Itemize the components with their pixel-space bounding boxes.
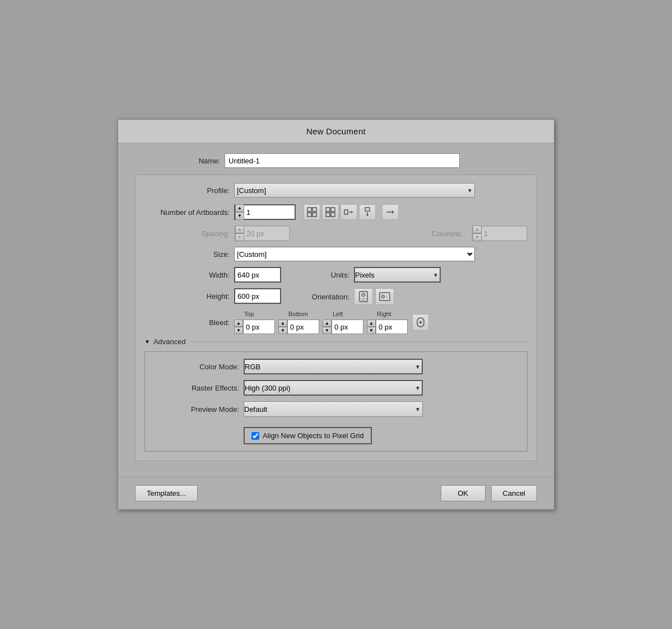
advanced-label: Advanced (153, 337, 186, 346)
units-select[interactable]: Pixels (354, 267, 441, 283)
svg-rect-12 (365, 208, 370, 211)
columns-input[interactable] (482, 226, 526, 241)
profile-label: Profile: (144, 186, 234, 195)
wh-units-row: Width: Height: Units: (144, 267, 528, 305)
color-mode-select[interactable]: RGB CMYK (244, 359, 423, 374)
bleed-left-group: Left ▲ ▼ (323, 311, 363, 334)
size-select[interactable]: [Custom] (234, 247, 475, 261)
size-select-wrapper: [Custom] ▼ (234, 247, 475, 261)
landscape-btn[interactable] (375, 288, 394, 305)
spacing-input[interactable] (244, 226, 289, 241)
bleed-left-input-wrap (332, 320, 363, 334)
layout-arrange-down-btn[interactable] (359, 204, 376, 220)
bleed-left-down-btn[interactable]: ▼ (323, 327, 332, 334)
raster-effects-select[interactable]: High (300 ppi) Medium (150 ppi) Low (72 … (244, 380, 423, 396)
raster-effects-select-wrapper: High (300 ppi) Medium (150 ppi) Low (72 … (244, 380, 423, 396)
bleed-right-label: Right (377, 311, 408, 317)
svg-point-18 (362, 293, 365, 297)
profile-select-wrapper: [Custom] ▼ (234, 183, 475, 198)
bleed-link-btn[interactable] (412, 314, 429, 331)
advanced-header: ▼ Advanced (144, 337, 528, 346)
columns-up-btn[interactable]: ▲ (473, 226, 482, 233)
height-input[interactable] (235, 289, 280, 303)
height-label: Height: (144, 292, 234, 301)
advanced-toggle-icon[interactable]: ▼ (144, 339, 150, 345)
spacing-cols-row: Spacing: ▲ ▼ Columns: ▲ ▼ (144, 226, 528, 241)
svg-marker-11 (351, 211, 353, 213)
bleed-top-up-btn[interactable]: ▲ (234, 320, 243, 327)
columns-label: Columns: (422, 229, 467, 238)
advanced-line (189, 341, 528, 342)
align-pixel-checkbox[interactable] (251, 432, 259, 440)
units-label: Units: (304, 271, 354, 279)
svg-rect-19 (361, 298, 366, 299)
artboards-down-btn[interactable]: ▼ (235, 212, 244, 220)
artboards-input[interactable] (244, 205, 295, 219)
advanced-inner: Color Mode: RGB CMYK ▼ Raster Effects: (144, 351, 528, 452)
bleed-bottom-group: Bottom ▲ ▼ (278, 311, 319, 334)
bleed-bottom-down-btn[interactable]: ▼ (278, 327, 287, 334)
portrait-btn[interactable] (354, 288, 373, 305)
bleed-right-spinner-btns: ▲ ▼ (367, 320, 376, 334)
name-label: Name: (135, 157, 225, 165)
cancel-button[interactable]: Cancel (491, 485, 537, 501)
name-input[interactable] (225, 153, 460, 168)
raster-effects-label: Raster Effects: (154, 384, 244, 392)
preview-mode-select[interactable]: Default Pixel Overprint (244, 401, 423, 417)
preview-mode-select-wrapper: Default Pixel Overprint ▼ (244, 401, 423, 417)
layout-grid-col-btn[interactable] (322, 204, 339, 220)
artboards-up-btn[interactable]: ▲ (235, 204, 244, 212)
svg-rect-4 (326, 208, 330, 212)
align-pixel-label[interactable]: Align New Objects to Pixel Grid (244, 427, 372, 444)
svg-rect-2 (307, 213, 311, 217)
columns-down-btn[interactable]: ▼ (473, 233, 482, 241)
bleed-bottom-input[interactable] (288, 320, 319, 334)
svg-marker-16 (392, 210, 394, 214)
wh-col: Width: Height: (144, 267, 281, 304)
spacing-label: Spacing: (144, 229, 234, 238)
width-row: Width: (144, 267, 281, 283)
layout-arrange-right-btn[interactable] (340, 204, 357, 220)
svg-rect-0 (307, 208, 311, 212)
bleed-top-spinner: ▲ ▼ (234, 320, 275, 334)
units-row: Units: Pixels ▼ (304, 267, 441, 283)
bleed-right-input[interactable] (376, 320, 407, 334)
svg-marker-14 (366, 214, 368, 217)
height-spinner (234, 288, 281, 304)
layout-move-right-btn[interactable] (382, 204, 399, 220)
bleed-bottom-spinner: ▲ ▼ (278, 320, 319, 334)
bleed-left-label: Left (333, 311, 363, 317)
columns-spinner-btns: ▲ ▼ (473, 226, 482, 241)
svg-rect-7 (331, 213, 335, 217)
new-document-dialog: New Document Name: Profile: [Custom] ▼ N… (118, 119, 554, 510)
bleed-left-up-btn[interactable]: ▲ (323, 320, 332, 327)
spacing-down-btn[interactable]: ▼ (235, 233, 244, 241)
profile-row: Profile: [Custom] ▼ (144, 183, 528, 198)
bleed-right-up-btn[interactable]: ▲ (367, 320, 376, 327)
width-input[interactable] (235, 267, 280, 282)
ok-button[interactable]: OK (441, 485, 486, 501)
bleed-top-input[interactable] (244, 320, 274, 334)
templates-button[interactable]: Templates... (135, 485, 198, 501)
preview-mode-label: Preview Mode: (154, 405, 244, 414)
bleed-right-group: Right ▲ ▼ (367, 311, 408, 334)
dialog-body: Name: Profile: [Custom] ▼ Number of Artb… (118, 143, 554, 477)
spacing-spinner-btns: ▲ ▼ (235, 226, 244, 241)
color-mode-select-wrapper: RGB CMYK ▼ (244, 359, 423, 374)
bleed-right-down-btn[interactable]: ▼ (367, 327, 376, 334)
width-label: Width: (144, 271, 234, 279)
profile-select[interactable]: [Custom] (234, 183, 475, 198)
svg-rect-6 (326, 213, 330, 217)
bleed-bottom-up-btn[interactable]: ▲ (278, 320, 287, 327)
bleed-top-down-btn[interactable]: ▼ (234, 327, 243, 334)
width-spinner (234, 267, 281, 283)
svg-rect-24 (387, 295, 388, 298)
units-orientation-col: Units: Pixels ▼ Orientation: (304, 267, 441, 305)
layout-grid-btn[interactable] (304, 204, 320, 220)
color-mode-label: Color Mode: (154, 363, 244, 371)
spacing-up-btn[interactable]: ▲ (235, 226, 244, 233)
bleed-top-label: Top (244, 311, 275, 317)
units-select-wrapper: Pixels ▼ (354, 267, 441, 283)
bleed-left-input[interactable] (332, 320, 363, 334)
align-pixel-text: Align New Objects to Pixel Grid (263, 431, 364, 440)
